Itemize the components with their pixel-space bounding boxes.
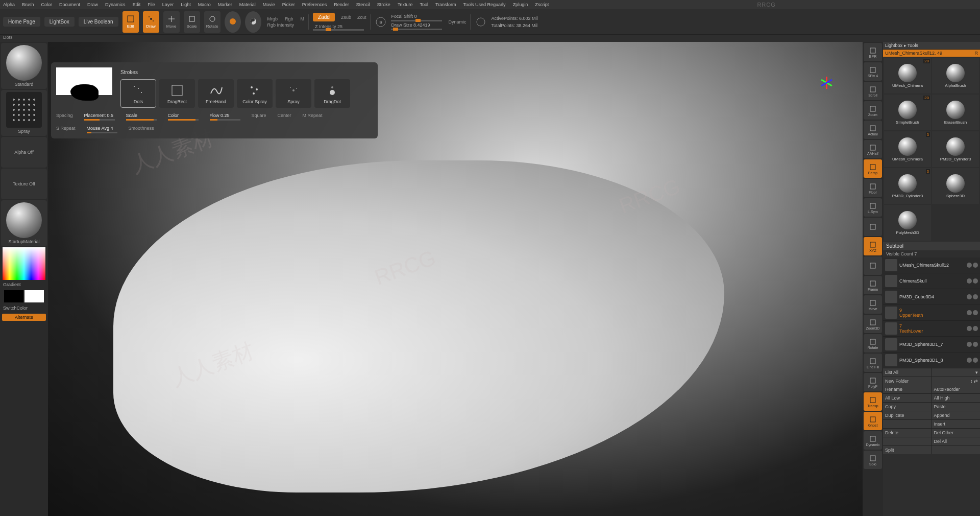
- tool-pm3d_cylinder3[interactable]: 3PM3D_Cylinder3: [884, 168, 931, 204]
- menu-item[interactable]: Movie: [263, 2, 275, 7]
- vbtn-xyz[interactable]: XYZ: [864, 237, 882, 255]
- paste-button[interactable]: Paste: [932, 403, 981, 411]
- subtool-upperteeth[interactable]: 9UpperTeeth: [883, 305, 980, 321]
- vbtn-zoom[interactable]: Zoom: [864, 101, 882, 120]
- param-m[interactable]: M Repeat: [303, 113, 323, 121]
- vbtn-transp[interactable]: Transp: [864, 392, 882, 411]
- color-picker[interactable]: [1, 247, 47, 280]
- menu-item[interactable]: Zplugin: [513, 2, 528, 7]
- delete-button[interactable]: Delete: [883, 429, 932, 437]
- menu-item[interactable]: Brush: [22, 2, 34, 7]
- menu-item[interactable]: Marker: [218, 2, 232, 7]
- viewport[interactable]: 人人素材 RRCG 人人素材 RRCG Strokes Dots DragRec…: [48, 42, 863, 516]
- stroke-spray[interactable]: Spray: [276, 79, 311, 108]
- tool-polymesh3d[interactable]: PolyMesh3D: [884, 205, 931, 241]
- subtool-header[interactable]: Subtool: [883, 242, 980, 250]
- mrgb-label[interactable]: Mrgb: [267, 16, 278, 21]
- subtool-pm3d_sphere3d1_7[interactable]: PM3D_Sphere3D1_7: [883, 337, 980, 353]
- param-mouse[interactable]: Mouse Avg 4: [87, 126, 117, 133]
- stroke-slot[interactable]: Spray: [1, 90, 47, 136]
- subtool-umesh_chimeraskull12[interactable]: UMesh_ChimeraSkull12: [883, 257, 980, 273]
- subtool-pm3d_sphere3d1_8[interactable]: PM3D_Sphere3D1_8: [883, 353, 980, 368]
- visibility-icon[interactable]: [967, 263, 972, 268]
- menu-item[interactable]: File: [148, 2, 155, 7]
- append-button[interactable]: Append: [932, 411, 981, 419]
- visibility-icon[interactable]: [967, 310, 972, 315]
- zsub-button[interactable]: Zsub: [341, 15, 351, 20]
- stroke-dragdot[interactable]: DragDot: [314, 79, 350, 108]
- visibility-icon[interactable]: [967, 342, 972, 347]
- rgb-label[interactable]: Rgb: [285, 16, 293, 21]
- dynamic-toggle[interactable]: Dynamic: [448, 19, 466, 25]
- subtool-chimeraskull[interactable]: ChimeraSkull: [883, 273, 980, 289]
- vbtn-aahalf[interactable]: AAHalf: [864, 140, 882, 158]
- param-center[interactable]: Center: [278, 113, 291, 121]
- visibility-icon[interactable]: [973, 263, 978, 268]
- swatch-white[interactable]: [24, 290, 44, 302]
- menu-item[interactable]: Document: [59, 2, 80, 7]
- stroke-dragrect[interactable]: DragRect: [159, 79, 195, 108]
- menu-item[interactable]: Dynamics: [105, 2, 126, 7]
- param-color[interactable]: Color: [168, 113, 199, 121]
- menu-item[interactable]: Texture: [398, 2, 413, 7]
- drawsize-slider[interactable]: [391, 29, 442, 30]
- vbtn-lsym[interactable]: L.Sym: [864, 198, 882, 217]
- menu-item[interactable]: Transform: [435, 2, 456, 7]
- tool-alphabrush[interactable]: AlphaBrush: [932, 58, 979, 93]
- tool-sphere3d[interactable]: Sphere3D: [932, 168, 979, 204]
- stroke-freehand[interactable]: FreeHand: [198, 79, 234, 108]
- menu-item[interactable]: Layer: [162, 2, 174, 7]
- menu-item[interactable]: Stencil: [356, 2, 370, 7]
- draw-button[interactable]: Draw: [143, 11, 159, 33]
- vbtn-scroll[interactable]: Scroll: [864, 82, 882, 100]
- param-placement[interactable]: Placement 0.5: [84, 113, 115, 121]
- vbtn-spix4[interactable]: SPix 4: [864, 62, 882, 81]
- stroke-colorspray[interactable]: Color Spray: [237, 79, 273, 108]
- menu-item[interactable]: Edit: [133, 2, 141, 7]
- visibility-icon[interactable]: [973, 358, 978, 363]
- move-button[interactable]: Move: [163, 11, 180, 33]
- menu-item[interactable]: Draw: [87, 2, 98, 7]
- menu-item[interactable]: Preferences: [302, 2, 327, 7]
- vbtn-zoom3d[interactable]: Zoom3D: [864, 315, 882, 333]
- visibility-icon[interactable]: [967, 326, 972, 331]
- allhigh-button[interactable]: All High: [932, 394, 981, 402]
- vbtn-blank[interactable]: [864, 256, 882, 275]
- vbtn-solo[interactable]: Solo: [864, 451, 882, 469]
- menu-item[interactable]: Stroke: [377, 2, 390, 7]
- param-scale[interactable]: Scale: [126, 113, 157, 121]
- brush-slot[interactable]: Standard: [1, 43, 47, 89]
- alternate-button[interactable]: Alternate: [2, 314, 46, 321]
- newfolder-button[interactable]: New Folder: [883, 377, 932, 385]
- alllow-button[interactable]: All Low: [883, 394, 932, 402]
- lightbox-button[interactable]: LightBox: [44, 17, 75, 27]
- stroke-dots[interactable]: Dots: [120, 79, 156, 108]
- vbtn-persp[interactable]: Persp: [864, 159, 882, 178]
- lightbox-tools-header[interactable]: Lightbox ▸ Tools: [883, 42, 980, 50]
- rotate-button[interactable]: Rotate: [204, 11, 220, 33]
- vbtn-ghost[interactable]: Ghost: [864, 412, 882, 430]
- param-smoothness[interactable]: Smoothness: [129, 126, 154, 133]
- visibility-icon[interactable]: [967, 278, 972, 284]
- copy-button[interactable]: Copy: [883, 403, 932, 411]
- edit-button[interactable]: Edit: [122, 11, 139, 33]
- r-toggle[interactable]: R: [975, 51, 978, 56]
- menu-item[interactable]: Light: [181, 2, 191, 7]
- menu-item[interactable]: Zscript: [535, 2, 549, 7]
- axis-gizmo[interactable]: [817, 73, 837, 93]
- vbtn-actual[interactable]: Actual: [864, 121, 882, 139]
- focal-slider[interactable]: [391, 20, 442, 21]
- vbtn-rotate[interactable]: Rotate: [864, 334, 882, 353]
- visibility-icon[interactable]: [973, 326, 978, 331]
- liveboolean-button[interactable]: Live Boolean: [79, 17, 118, 27]
- rename-button[interactable]: Rename: [883, 385, 932, 393]
- visibility-icon[interactable]: [973, 342, 978, 347]
- tool-eraserbrush[interactable]: EraserBrush: [932, 95, 979, 130]
- insert-button[interactable]: Insert: [932, 420, 981, 428]
- sculptris-button[interactable]: [245, 11, 261, 33]
- delother-button[interactable]: Del Other: [932, 429, 981, 437]
- zadd-button[interactable]: Zadd: [313, 13, 335, 21]
- vbtn-linefill[interactable]: Line Fill: [864, 354, 882, 372]
- vbtn-move[interactable]: Move: [864, 295, 882, 314]
- menu-item[interactable]: Picker: [282, 2, 295, 7]
